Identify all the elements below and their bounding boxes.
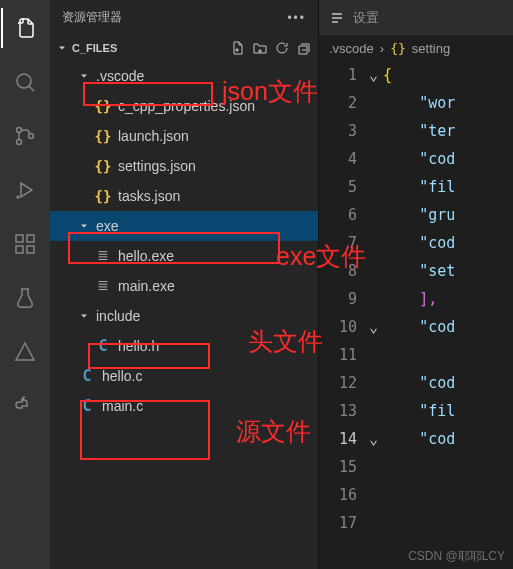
editor-tab[interactable]: 设置 bbox=[319, 0, 513, 35]
explorer-sidebar: 资源管理器 ••• C_FILES .vscode{}c_cpp_propert… bbox=[50, 0, 318, 569]
svg-rect-8 bbox=[27, 235, 34, 242]
file-tree: .vscode{}c_cpp_properties.json{}launch.j… bbox=[50, 61, 318, 421]
svg-rect-6 bbox=[16, 246, 23, 253]
extensions-icon[interactable] bbox=[1, 224, 49, 264]
search-icon[interactable] bbox=[1, 62, 49, 102]
json-icon: {} bbox=[390, 41, 406, 56]
c-file-icon: C bbox=[94, 337, 112, 355]
file-label: hello.c bbox=[102, 368, 142, 384]
chevron-down-icon bbox=[78, 220, 90, 232]
more-actions-icon[interactable]: ••• bbox=[287, 11, 306, 25]
tab-label: 设置 bbox=[353, 9, 379, 27]
svg-rect-7 bbox=[27, 246, 34, 253]
c-file-icon: C bbox=[78, 397, 96, 415]
folder-label: exe bbox=[96, 218, 119, 234]
binary-icon bbox=[94, 279, 112, 293]
new-folder-icon[interactable] bbox=[252, 40, 268, 56]
testing-icon[interactable] bbox=[1, 278, 49, 318]
breadcrumb-folder: .vscode bbox=[329, 41, 374, 56]
file-label: main.exe bbox=[118, 278, 175, 294]
svg-rect-5 bbox=[16, 235, 23, 242]
breadcrumb[interactable]: .vscode › {} setting bbox=[319, 35, 513, 61]
cmake-icon[interactable] bbox=[1, 332, 49, 372]
folder-row[interactable]: include bbox=[50, 301, 318, 331]
file-row[interactable]: hello.exe bbox=[50, 241, 318, 271]
settings-bars-icon bbox=[329, 10, 345, 26]
file-row[interactable]: Chello.h bbox=[50, 331, 318, 361]
new-file-icon[interactable] bbox=[230, 40, 246, 56]
chevron-down-icon bbox=[78, 310, 90, 322]
file-row[interactable]: Cmain.c bbox=[50, 391, 318, 421]
json-icon: {} bbox=[94, 128, 112, 144]
chevron-down-icon bbox=[78, 70, 90, 82]
breadcrumb-file: setting bbox=[412, 41, 450, 56]
json-icon: {} bbox=[94, 98, 112, 114]
refresh-icon[interactable] bbox=[274, 40, 290, 56]
folder-label: .vscode bbox=[96, 68, 144, 84]
file-row[interactable]: Chello.c bbox=[50, 361, 318, 391]
root-folder-name: C_FILES bbox=[72, 42, 117, 54]
file-row[interactable]: {}settings.json bbox=[50, 151, 318, 181]
file-label: hello.h bbox=[118, 338, 159, 354]
code-lines: ⌄{ "wor "ter "cod "fil "gru "cod "set ],… bbox=[369, 61, 513, 569]
python-icon[interactable] bbox=[1, 386, 49, 426]
json-icon: {} bbox=[94, 158, 112, 174]
file-label: settings.json bbox=[118, 158, 196, 174]
file-row[interactable]: {}tasks.json bbox=[50, 181, 318, 211]
svg-point-4 bbox=[17, 196, 19, 198]
file-row[interactable]: {}c_cpp_properties.json bbox=[50, 91, 318, 121]
source-control-icon[interactable] bbox=[1, 116, 49, 156]
file-label: tasks.json bbox=[118, 188, 180, 204]
file-row[interactable]: {}launch.json bbox=[50, 121, 318, 151]
sidebar-header: 资源管理器 ••• bbox=[50, 0, 318, 35]
run-debug-icon[interactable] bbox=[1, 170, 49, 210]
svg-point-3 bbox=[29, 134, 34, 139]
collapse-all-icon[interactable] bbox=[296, 40, 312, 56]
file-label: launch.json bbox=[118, 128, 189, 144]
file-label: c_cpp_properties.json bbox=[118, 98, 255, 114]
editor-area: 设置 .vscode › {} setting 1234567891011121… bbox=[318, 0, 513, 569]
file-row[interactable]: main.exe bbox=[50, 271, 318, 301]
folder-label: include bbox=[96, 308, 140, 324]
file-label: hello.exe bbox=[118, 248, 174, 264]
watermark: CSDN @耶耶LCY bbox=[408, 548, 505, 565]
explorer-root-row[interactable]: C_FILES bbox=[50, 35, 318, 61]
chevron-down-icon bbox=[56, 42, 68, 54]
file-label: main.c bbox=[102, 398, 143, 414]
svg-point-9 bbox=[22, 399, 23, 400]
folder-row[interactable]: .vscode bbox=[50, 61, 318, 91]
svg-point-0 bbox=[17, 74, 31, 88]
sidebar-title: 资源管理器 bbox=[62, 9, 122, 26]
c-file-icon: C bbox=[78, 367, 96, 385]
line-gutter: 1234567891011121314151617 bbox=[319, 61, 369, 569]
svg-point-1 bbox=[17, 128, 22, 133]
explorer-icon[interactable] bbox=[1, 8, 49, 48]
activity-bar bbox=[0, 0, 50, 569]
code-area[interactable]: 1234567891011121314151617 ⌄{ "wor "ter "… bbox=[319, 61, 513, 569]
binary-icon bbox=[94, 249, 112, 263]
folder-row[interactable]: exe bbox=[50, 211, 318, 241]
json-icon: {} bbox=[94, 188, 112, 204]
svg-point-2 bbox=[17, 140, 22, 145]
